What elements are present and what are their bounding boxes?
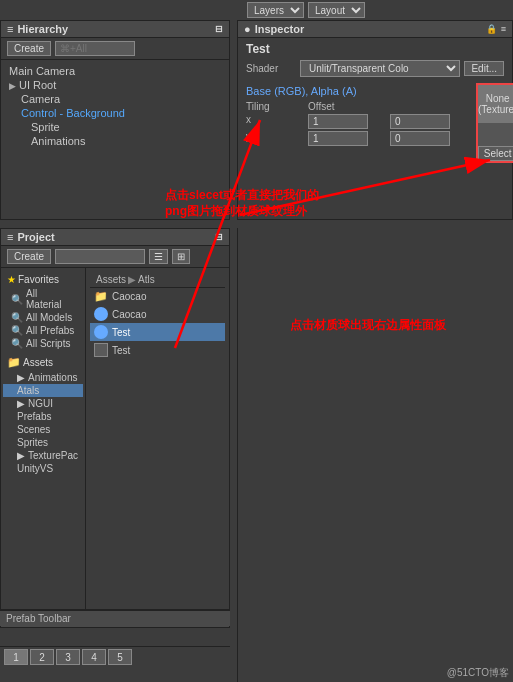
path-sep1: ▶ — [128, 274, 136, 285]
tab-1[interactable]: 1 — [4, 649, 28, 665]
offset-y-input[interactable] — [390, 131, 450, 146]
top-bar: Layers Layout — [243, 0, 513, 20]
file-item-test-material[interactable]: Test — [90, 323, 225, 341]
assets-item-ngui[interactable]: ▶ NGUI — [3, 397, 83, 410]
hierarchy-title: Hierarchy — [17, 23, 68, 35]
favorites-item-all-material[interactable]: 🔍 All Material — [3, 287, 83, 311]
star-icon: ★ — [7, 274, 16, 285]
assets-unityvs-label: UnityVS — [17, 463, 53, 474]
tab-4[interactable]: 4 — [82, 649, 106, 665]
tab-5[interactable]: 5 — [108, 649, 132, 665]
folder-icon-caocao: 📁 — [94, 290, 108, 303]
assets-item-scenes[interactable]: Scenes — [3, 423, 83, 436]
assets-item-prefabs[interactable]: Prefabs — [3, 410, 83, 423]
tiling-offset-grid: Tiling Offset x y — [246, 99, 470, 148]
assets-animations-label: Animations — [28, 372, 77, 383]
inspector-shader-label: Shader — [246, 63, 296, 74]
hierarchy-item-control-bg[interactable]: Control - Background — [7, 106, 223, 120]
project-list-view-button[interactable]: ☰ — [149, 249, 168, 264]
project-content: ★ Favorites 🔍 All Material 🔍 All Models … — [1, 268, 229, 616]
inspector-object-name: Test — [238, 38, 512, 58]
assets-ngui-label: NGUI — [28, 398, 53, 409]
project-create-button[interactable]: Create — [7, 249, 51, 264]
file-item-test-prefab[interactable]: Test — [90, 341, 225, 359]
watermark: @51CTO博客 — [447, 666, 509, 680]
hierarchy-search-input[interactable] — [55, 41, 135, 56]
assets-item-atals[interactable]: Atals — [3, 384, 83, 397]
favorites-all-prefabs-label: All Prefabs — [26, 325, 74, 336]
project-header: ≡ Project ⊟ — [1, 229, 229, 246]
tiling-x-label: x — [246, 114, 306, 129]
annotation-text2: 点击材质球出现右边属性面板 — [290, 318, 450, 334]
assets-item-sprites[interactable]: Sprites — [3, 436, 83, 449]
inspector-icon: ● — [244, 23, 251, 35]
inspector-edit-button[interactable]: Edit... — [464, 61, 504, 76]
inspector-header: ● Inspector 🔒 ≡ — [238, 21, 512, 38]
tiling-y-label: y — [246, 131, 306, 146]
assets-prefabs-label: Prefabs — [17, 411, 51, 422]
tiling-y-input[interactable] — [308, 131, 368, 146]
assets-atals-label: Atals — [17, 385, 39, 396]
bottom-tabs: 1 2 3 4 5 — [0, 646, 230, 682]
tab-2[interactable]: 2 — [30, 649, 54, 665]
favorites-label: Favorites — [18, 274, 59, 285]
offset-label: Offset — [308, 101, 388, 112]
assets-label: Assets — [23, 357, 53, 368]
hierarchy-item-ui-root[interactable]: ▶UI Root — [7, 78, 223, 92]
hierarchy-item-sprite[interactable]: Sprite — [7, 120, 223, 134]
assets-scenes-label: Scenes — [17, 424, 50, 435]
inspector-menu: ≡ — [501, 24, 506, 34]
annotation-text1: 点击slecet或者直接把我们的png图片拖到材质球纹理外 — [165, 188, 325, 219]
tiling-x-input[interactable] — [308, 114, 368, 129]
search-icon-prefabs: 🔍 — [11, 325, 23, 336]
favorites-item-all-scripts[interactable]: 🔍 All Scripts — [3, 337, 83, 350]
hierarchy-create-button[interactable]: Create — [7, 41, 51, 56]
offset-x-input[interactable] — [390, 114, 450, 129]
assets-section: 📁 Assets ▶ Animations Atals ▶ NGUI Prefa… — [3, 354, 83, 475]
file-item-caocao-folder[interactable]: 📁 Caocao — [90, 288, 225, 305]
project-search-input[interactable] — [55, 249, 145, 264]
inspector-lock: 🔒 — [486, 24, 497, 34]
hierarchy-pin: ⊟ — [215, 24, 223, 34]
layers-dropdown[interactable]: Layers — [247, 2, 304, 18]
hierarchy-item-main-camera[interactable]: Main Camera — [7, 64, 223, 78]
inspector-texture-select-button[interactable]: Select — [478, 146, 513, 161]
project-create-bar: Create ☰ ⊞ — [1, 246, 229, 268]
search-icon-scripts: 🔍 — [11, 338, 23, 349]
right-bottom-area — [237, 228, 513, 682]
assets-texturepac-label: TexturePac — [28, 450, 78, 461]
folder-icon-assets: 📁 — [7, 356, 21, 369]
prefab-toolbar-label: Prefab Toolbar — [0, 610, 230, 626]
favorites-all-scripts-label: All Scripts — [26, 338, 70, 349]
favorites-item-all-models[interactable]: 🔍 All Models — [3, 311, 83, 324]
file-test-prefab-label: Test — [112, 345, 130, 356]
assets-item-unityvs[interactable]: UnityVS — [3, 462, 83, 475]
favorites-all-material-label: All Material — [26, 288, 75, 310]
project-title: Project — [17, 231, 54, 243]
project-panel: ≡ Project ⊟ Create ☰ ⊞ ★ Favorites 🔍 All… — [0, 228, 230, 628]
project-left-panel: ★ Favorites 🔍 All Material 🔍 All Models … — [1, 268, 86, 616]
material-icon-test — [94, 325, 108, 339]
search-icon-models: 🔍 — [11, 312, 23, 323]
project-right-panel: Assets ▶ Atls 📁 Caocao Caocao Test Test — [86, 268, 229, 616]
assets-item-texturepac[interactable]: ▶ TexturePac — [3, 449, 83, 462]
inspector-texture-none: None(Texture) — [478, 85, 513, 123]
hierarchy-item-animations[interactable]: Animations — [7, 134, 223, 148]
file-caocao-material-label: Caocao — [112, 309, 146, 320]
inspector-texture-info: Base (RGB), Alpha (A) Tiling Offset x y — [246, 83, 470, 163]
assets-section-header: 📁 Assets — [3, 354, 83, 371]
assets-item-animations[interactable]: ▶ Animations — [3, 371, 83, 384]
tiling-label: Tiling — [246, 101, 306, 112]
hierarchy-item-camera[interactable]: Camera — [7, 92, 223, 106]
tab-3[interactable]: 3 — [56, 649, 80, 665]
inspector-shader-select[interactable]: Unlit/Transparent Colo — [300, 60, 460, 77]
inspector-shader-row: Shader Unlit/Transparent Colo Edit... — [238, 58, 512, 79]
layout-dropdown[interactable]: Layout — [308, 2, 365, 18]
file-test-material-label: Test — [112, 327, 130, 338]
project-grid-view-button[interactable]: ⊞ — [172, 249, 190, 264]
favorites-item-all-prefabs[interactable]: 🔍 All Prefabs — [3, 324, 83, 337]
file-item-caocao-material[interactable]: Caocao — [90, 305, 225, 323]
arrow-animations: ▶ — [17, 372, 25, 383]
project-pin: ⊟ — [215, 232, 223, 242]
prefab-toolbar-title: Prefab Toolbar — [6, 613, 71, 624]
